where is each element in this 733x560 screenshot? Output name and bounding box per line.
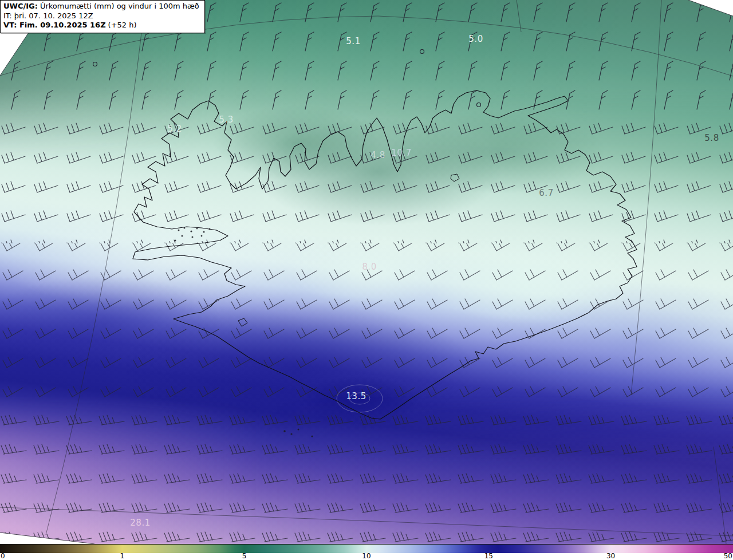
- colorbar-tick-0: 0: [1, 553, 5, 559]
- title-box: UWC/IG:Úrkomumætti (mm) og vindur i 100m…: [0, 0, 205, 33]
- valid-offset: (+52 h): [108, 21, 137, 29]
- colorbar-tick-1: 1: [120, 553, 125, 559]
- colorbar-tick-6: 50: [724, 553, 732, 559]
- weather-map-screen: 5.1 5.0 5.3 5.2 4.8 10.7 5.8 6.7 8.0 13.…: [0, 0, 733, 560]
- product-title-line: UWC/IG:Úrkomumætti (mm) og vindur i 100m…: [3, 2, 199, 11]
- map-overlay: [0, 0, 733, 544]
- valid-time-line: VT: Fim. 09.10.2025 16Z(+52 h): [3, 21, 199, 30]
- init-time: IT: þri. 07. 10. 2025 12Z: [3, 11, 93, 20]
- colorbar-tick-4: 15: [484, 553, 493, 559]
- colorbar-tick-3: 10: [362, 553, 371, 559]
- product-label: UWC/IG:: [3, 2, 38, 10]
- colorbar-tick-5: 30: [606, 553, 615, 559]
- product-title: Úrkomumætti (mm) og vindur i 100m hæð: [40, 2, 199, 10]
- init-time-line: IT: þri. 07. 10. 2025 12Z: [3, 11, 199, 21]
- wind-barbs-layer: [0, 0, 733, 544]
- valid-time: VT: Fim. 09.10.2025 16Z: [3, 21, 106, 29]
- colorbar-tick-2: 5: [242, 553, 247, 559]
- colorbar-labels: 0 1 5 10 15 30 50: [0, 553, 733, 560]
